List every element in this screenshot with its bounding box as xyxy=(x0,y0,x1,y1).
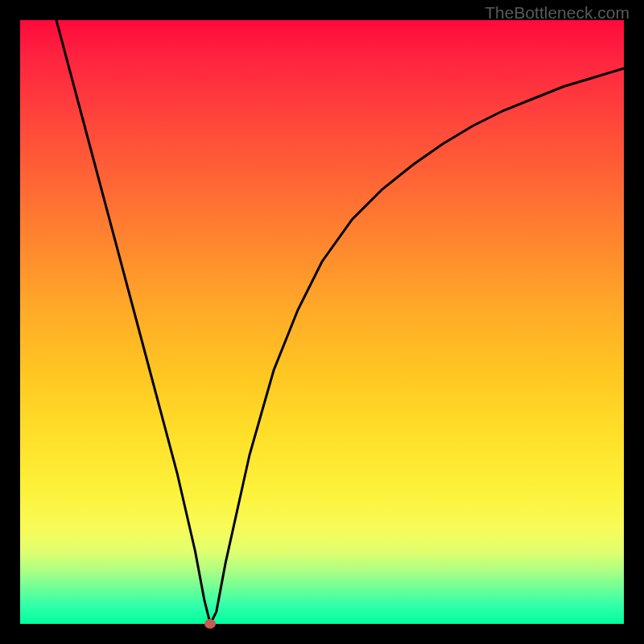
plot-area xyxy=(20,20,624,624)
watermark-text: TheBottleneck.com xyxy=(485,3,630,23)
curve-svg xyxy=(20,20,624,624)
optimum-marker xyxy=(204,619,216,629)
bottleneck-curve xyxy=(56,20,624,624)
